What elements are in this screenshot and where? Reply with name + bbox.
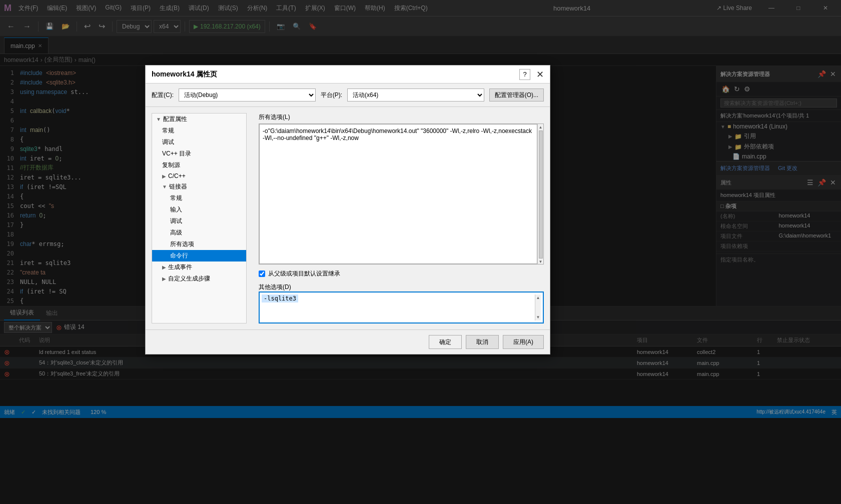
all-options-box: -o"G:\daiam\homework14\bin\x64\Debug\hom… [259, 124, 537, 264]
dlg-label-linker-general: 常规 [170, 194, 182, 202]
dlg-label-debug: 调试 [162, 138, 174, 146]
dialog-close-button[interactable]: ✕ [536, 70, 544, 79]
other-options-section: 其他选项(D) -lsqlite3 ▲ ▼ [259, 283, 544, 324]
dlg-tree-config-props[interactable]: ▼ 配置属性 [152, 114, 246, 125]
dialog-footer: 确定 取消 应用(A) [146, 330, 550, 354]
dialog-help-button[interactable]: ? [519, 69, 530, 80]
all-options-section: 所有选项(L) -o"G:\daiam\homework14\bin\x64\D… [259, 113, 544, 264]
all-options-scrollbar[interactable]: ▲ ▼ [537, 124, 543, 264]
dlg-label-linker-cmdline: 命令行 [170, 252, 188, 260]
dlg-tree-linker-all-options[interactable]: 所有选项 [152, 238, 246, 250]
dialog-config-row: 配置(C): 活动(Debug) 平台(P): 活动(x64) 配置管理器(O)… [146, 84, 550, 107]
inherit-checkbox[interactable] [259, 270, 265, 277]
dlg-label-linker: 链接器 [169, 182, 187, 191]
config-select[interactable]: 活动(Debug) [179, 88, 316, 102]
dlg-label-config: 配置属性 [163, 115, 187, 124]
config-manager-button[interactable]: 配置管理器(O)... [489, 88, 544, 102]
dlg-arrow-custom-build: ▶ [162, 276, 166, 282]
dialog-body: ▼ 配置属性 常规 调试 VC++ 目录 复制源 ▶ C/C++ [146, 107, 550, 330]
other-options-content[interactable]: -lsqlite3 [262, 294, 535, 302]
config-label: 配置(C): [152, 91, 174, 100]
scrollbar-thumb[interactable] [539, 130, 543, 258]
dialog-titlebar: homework14 属性页 ? ✕ [146, 66, 550, 84]
platform-label: 平台(P): [321, 91, 342, 100]
dlg-tree-custom-build[interactable]: ▶ 自定义生成步骤 [152, 273, 246, 284]
dlg-label-custom-build: 自定义生成步骤 [168, 274, 210, 283]
dlg-arrow-cpp: ▶ [162, 174, 166, 179]
other-options-label: 其他选项(D) [259, 283, 544, 292]
inherit-row: 从父级或项目默认设置继承 [259, 270, 544, 278]
platform-select[interactable]: 活动(x64) [347, 88, 484, 102]
other-options-scrollbar[interactable]: ▲ ▼ [535, 294, 541, 320]
dlg-label-general: 常规 [162, 126, 174, 135]
dlg-arrow-linker: ▼ [162, 184, 167, 190]
dlg-tree-linker-general[interactable]: 常规 [152, 192, 246, 204]
all-options-label: 所有选项(L) [259, 113, 544, 122]
dialog-title: homework14 属性页 [152, 70, 217, 79]
dlg-tree-general[interactable]: 常规 [152, 125, 246, 136]
dlg-label-linker-all-opts: 所有选项 [170, 240, 194, 248]
properties-dialog: homework14 属性页 ? ✕ 配置(C): 活动(Debug) 平台(P… [145, 65, 550, 354]
dlg-label-build-events: 生成事件 [168, 263, 192, 272]
dialog-ok-button[interactable]: 确定 [429, 335, 462, 349]
dlg-tree-linker-advanced[interactable]: 高级 [152, 227, 246, 238]
dlg-label-cpp: C/C++ [168, 172, 186, 180]
dlg-label-linker-advanced: 高级 [170, 228, 182, 237]
dlg-tree-cpp[interactable]: ▶ C/C++ [152, 171, 246, 181]
inherit-label: 从父级或项目默认设置继承 [268, 270, 340, 278]
dlg-label-vc-dirs: VC++ 目录 [162, 150, 191, 158]
dlg-tree-linker-input[interactable]: 输入 [152, 204, 246, 216]
dlg-arrow-build-events: ▶ [162, 264, 166, 270]
dlg-arrow-config: ▼ [156, 116, 161, 122]
other-options-box[interactable]: -lsqlite3 ▲ ▼ [259, 292, 544, 324]
dialog-cancel-button[interactable]: 取消 [466, 335, 499, 349]
all-options-text: -o"G:\daiam\homework14\bin\x64\Debug\hom… [263, 128, 532, 142]
dlg-tree-build-events[interactable]: ▶ 生成事件 [152, 262, 246, 273]
dialog-overlay[interactable]: homework14 属性页 ? ✕ 配置(C): 活动(Debug) 平台(P… [0, 0, 841, 504]
dlg-tree-linker-cmdline[interactable]: 命令行 [152, 250, 246, 262]
dlg-tree-linker[interactable]: ▼ 链接器 [152, 181, 246, 192]
other-options-value: -lsqlite3 [262, 294, 298, 302]
dlg-tree-copy-src[interactable]: 复制源 [152, 160, 246, 171]
dlg-tree-vc-dirs[interactable]: VC++ 目录 [152, 148, 246, 160]
dlg-tree-linker-debug[interactable]: 调试 [152, 216, 246, 227]
dlg-tree-debug[interactable]: 调试 [152, 136, 246, 148]
dialog-title-right: ? ✕ [519, 69, 544, 80]
dialog-tree: ▼ 配置属性 常规 调试 VC++ 目录 复制源 ▶ C/C++ [152, 113, 247, 324]
dialog-right: 所有选项(L) -o"G:\daiam\homework14\bin\x64\D… [253, 113, 544, 324]
dialog-apply-button[interactable]: 应用(A) [503, 335, 544, 349]
dlg-label-copy-src: 复制源 [162, 161, 180, 170]
dlg-label-linker-debug: 调试 [170, 217, 182, 226]
dlg-label-linker-input: 输入 [170, 206, 182, 214]
